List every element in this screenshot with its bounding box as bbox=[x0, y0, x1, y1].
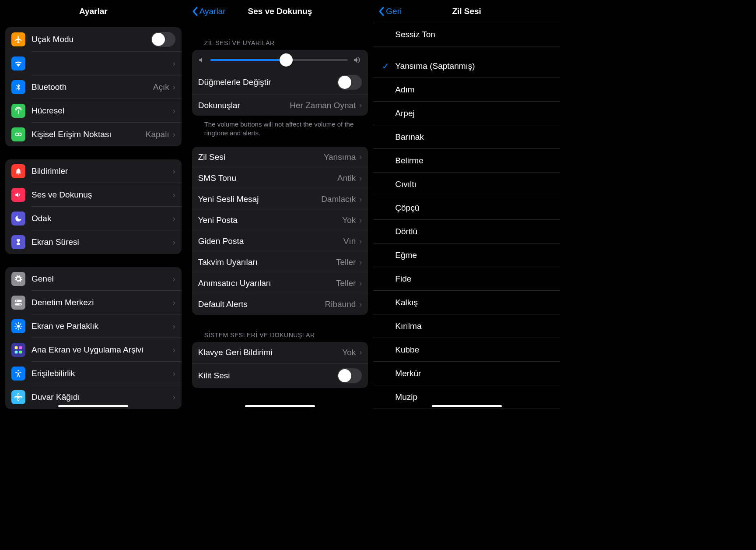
settings-row[interactable]: › bbox=[5, 52, 182, 75]
row-value: Damlacık bbox=[321, 194, 356, 204]
row-label: Ekran Süresi bbox=[32, 237, 173, 247]
row-label: Yeni Posta bbox=[198, 215, 343, 225]
ringtone-option[interactable]: ✓Yansıma (Saptanmış) bbox=[373, 54, 560, 78]
ringer-group: Düğmelerle Değiştir Dokunuşlar Her Zaman… bbox=[192, 50, 368, 116]
row-label: Barınak bbox=[395, 132, 424, 142]
settings-row[interactable]: Genel› bbox=[5, 267, 182, 291]
settings-row[interactable]: Ana Ekran ve Uygulama Arşivi› bbox=[5, 338, 182, 362]
row-label: Kilit Sesi bbox=[198, 371, 338, 381]
settings-row[interactable]: Uçak Modu bbox=[5, 27, 182, 52]
footer-note: The volume buttons will not affect the v… bbox=[192, 116, 368, 147]
sound-row[interactable]: Takvim UyarılarıTeller› bbox=[192, 252, 368, 273]
sound-row[interactable]: Default AlertsRibaund› bbox=[192, 294, 368, 315]
toggle[interactable] bbox=[151, 32, 175, 47]
ringtone-option[interactable]: Eğme bbox=[373, 243, 560, 267]
accessibility-icon bbox=[11, 367, 25, 381]
ringtone-option[interactable]: Fide bbox=[373, 267, 560, 291]
svg-rect-7 bbox=[15, 346, 18, 349]
bell-icon bbox=[11, 164, 25, 178]
row-label: Yeni Sesli Mesaj bbox=[198, 194, 321, 204]
row-label: Sessiz Ton bbox=[395, 30, 435, 39]
ringtone-option[interactable]: Kalkış bbox=[373, 291, 560, 314]
volume-slider[interactable] bbox=[210, 59, 348, 61]
row-label: Genel bbox=[32, 274, 173, 284]
chevron-right-icon: › bbox=[173, 190, 175, 200]
row-label: Klavye Geri Bildirimi bbox=[198, 348, 343, 357]
row-label: Kırılma bbox=[395, 321, 421, 331]
settings-pane: Ayarlar Uçak Modu›BluetoothAçık›Hücresel… bbox=[0, 0, 187, 410]
system-sounds-group: Klavye Geri Bildirimi Yok › Kilit Sesi bbox=[192, 342, 368, 388]
settings-row[interactable]: Bildirimler› bbox=[5, 159, 182, 183]
sound-row[interactable]: SMS TonuAntik› bbox=[192, 168, 368, 189]
settings-row[interactable]: BluetoothAçık› bbox=[5, 75, 182, 99]
page-title: Zil Sesi bbox=[452, 7, 481, 16]
svg-point-4 bbox=[16, 300, 17, 301]
settings-row[interactable]: Erişilebilirlik› bbox=[5, 362, 182, 385]
airplane-icon bbox=[11, 32, 25, 46]
haptics-row[interactable]: Dokunuşlar Her Zaman Oynat › bbox=[192, 95, 368, 116]
ringtone-option[interactable]: Cıvıltı bbox=[373, 173, 560, 196]
chevron-right-icon: › bbox=[359, 300, 362, 309]
ringtone-option[interactable]: Adım bbox=[373, 78, 560, 102]
row-label: Eğme bbox=[395, 250, 417, 260]
sound-row[interactable]: Zil SesiYansıma› bbox=[192, 147, 368, 168]
nav-bar: Ayarlar bbox=[0, 0, 187, 23]
keyboard-feedback-row[interactable]: Klavye Geri Bildirimi Yok › bbox=[192, 342, 368, 363]
chevron-right-icon: › bbox=[173, 346, 175, 355]
chevron-right-icon: › bbox=[359, 174, 362, 183]
settings-row[interactable]: Ekran ve Parlaklık› bbox=[5, 314, 182, 338]
nav-bar: Ayarlar Ses ve Dokunuş bbox=[187, 0, 374, 23]
row-label: Hücresel bbox=[32, 106, 173, 116]
back-button[interactable]: Geri bbox=[378, 7, 402, 16]
row-label: Merkür bbox=[395, 369, 421, 378]
ringtone-option[interactable]: Merkür bbox=[373, 362, 560, 385]
settings-row[interactable]: Denetim Merkezi› bbox=[5, 291, 182, 314]
chevron-right-icon: › bbox=[173, 130, 175, 139]
sound-row[interactable]: Giden PostaVın› bbox=[192, 231, 368, 252]
row-value: Antik bbox=[337, 173, 356, 183]
sound-row[interactable]: Yeni Sesli MesajDamlacık› bbox=[192, 189, 368, 210]
ringtone-option[interactable]: Kubbe bbox=[373, 338, 560, 362]
row-value: Yok bbox=[342, 215, 356, 225]
ringtone-option[interactable]: Belirme bbox=[373, 149, 560, 173]
svg-point-1 bbox=[18, 133, 21, 136]
wifi-icon bbox=[11, 56, 25, 71]
ringtone-option[interactable]: Kırılma bbox=[373, 314, 560, 338]
svg-rect-8 bbox=[19, 346, 22, 349]
svg-rect-10 bbox=[19, 351, 22, 354]
change-with-buttons-row[interactable]: Düğmelerle Değiştir bbox=[192, 70, 368, 95]
slider-thumb[interactable] bbox=[280, 53, 293, 67]
page-title: Ses ve Dokunuş bbox=[248, 7, 312, 16]
row-label: Bildirimler bbox=[32, 166, 173, 176]
sound-row[interactable]: Anımsatıcı UyarılarıTeller› bbox=[192, 273, 368, 294]
settings-row[interactable]: Odak› bbox=[5, 207, 182, 230]
change-with-buttons-toggle[interactable] bbox=[337, 75, 362, 90]
settings-row[interactable]: Kişisel Erişim NoktasıKapalı› bbox=[5, 123, 182, 146]
chevron-right-icon: › bbox=[173, 214, 175, 223]
settings-row[interactable]: Ses ve Dokunuş› bbox=[5, 183, 182, 207]
ringtone-option[interactable]: Arpej bbox=[373, 102, 560, 125]
lock-sound-toggle[interactable] bbox=[337, 368, 362, 383]
chevron-right-icon: › bbox=[173, 59, 175, 68]
silent-tone-row[interactable]: Sessiz Ton bbox=[373, 23, 560, 46]
ringtone-option[interactable]: Barınak bbox=[373, 125, 560, 149]
settings-row[interactable]: Hücresel› bbox=[5, 99, 182, 123]
settings-row[interactable]: Ekran Süresi› bbox=[5, 230, 182, 254]
row-label: Cıvıltı bbox=[395, 180, 416, 189]
ringtone-option[interactable]: Dörtlü bbox=[373, 220, 560, 243]
back-button[interactable]: Ayarlar bbox=[192, 7, 226, 16]
lock-sound-row[interactable]: Kilit Sesi bbox=[192, 363, 368, 388]
home-indicator[interactable] bbox=[245, 405, 315, 407]
row-label: Kubbe bbox=[395, 345, 419, 355]
sound-row[interactable]: Yeni PostaYok› bbox=[192, 210, 368, 231]
ringtone-option[interactable]: Çöpçü bbox=[373, 196, 560, 220]
row-label: Adım bbox=[395, 85, 414, 95]
row-label: Arpej bbox=[395, 109, 414, 118]
home-indicator[interactable] bbox=[432, 405, 502, 407]
row-label: Fide bbox=[395, 274, 411, 284]
row-label: Ekran ve Parlaklık bbox=[32, 321, 173, 331]
grid-icon bbox=[11, 343, 25, 357]
home-indicator[interactable] bbox=[58, 405, 128, 407]
ringtone-option[interactable]: Öykü Zamanı bbox=[373, 409, 560, 410]
brightness-icon bbox=[11, 319, 25, 333]
